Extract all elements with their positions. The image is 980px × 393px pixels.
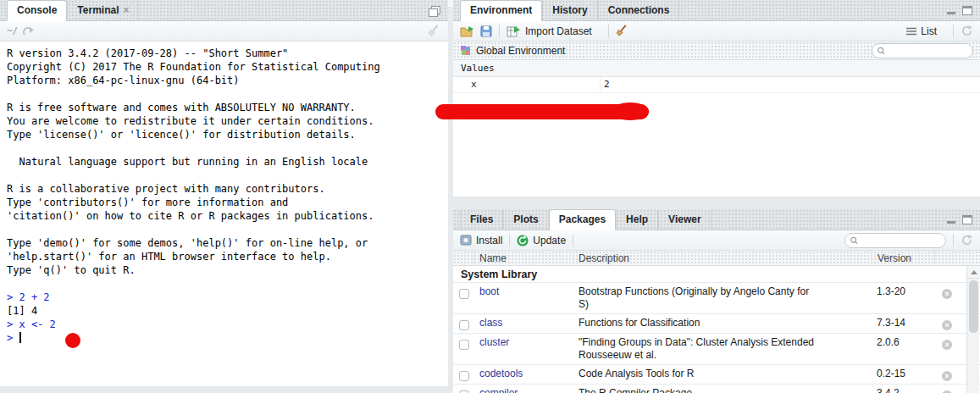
- package-row: class Functions for Classification 7.3-1…: [453, 314, 980, 334]
- package-description: Functions for Classification: [573, 314, 871, 333]
- environment-pane: Environment History Connections: [453, 0, 980, 196]
- close-icon[interactable]: ×: [123, 5, 129, 15]
- console-line: R is free software and comes with ABSOLU…: [7, 101, 441, 114]
- maximize-pane-icon[interactable]: [962, 6, 972, 15]
- package-checkbox[interactable]: [459, 320, 469, 330]
- console-line: Copyright (C) 2017 The R Foundation for …: [7, 60, 441, 74]
- search-icon: [877, 46, 886, 56]
- install-package-icon: [460, 235, 472, 246]
- console-line: [7, 141, 441, 155]
- column-header-name[interactable]: Name: [474, 251, 573, 265]
- package-checkbox[interactable]: [459, 289, 469, 299]
- tab-packages-pane[interactable]: Help: [616, 209, 658, 230]
- tab-environment-pane[interactable]: History: [542, 0, 597, 20]
- environment-toolbar: Import Dataset List: [453, 21, 980, 42]
- package-row: cluster "Finding Groups in Data": Cluste…: [453, 334, 980, 365]
- package-name-link[interactable]: class: [479, 317, 502, 329]
- import-dataset-icon: [507, 25, 521, 37]
- console-line: > x <- 2: [7, 318, 441, 331]
- update-button[interactable]: Update: [517, 235, 566, 246]
- environment-search: [872, 43, 973, 58]
- package-version: 7.3-14: [871, 314, 934, 333]
- scrollbar-up-arrow-icon[interactable]: [967, 266, 980, 279]
- working-directory[interactable]: ~/: [7, 25, 18, 36]
- pane-restore-icon[interactable]: [429, 6, 440, 17]
- header-checkbox-column: [453, 251, 474, 265]
- package-description: Code Analysis Tools for R: [573, 365, 871, 384]
- tab-packages-pane[interactable]: Files: [460, 209, 503, 230]
- console-line: [7, 87, 441, 101]
- console-line: 'citation()' on how to cite R or R packa…: [7, 209, 441, 223]
- console-line: R version 3.4.2 (2017-09-28) -- "Short S…: [7, 47, 441, 60]
- library-section-header: System Library: [453, 266, 980, 283]
- scrollbar-thumb[interactable]: [969, 280, 978, 333]
- clear-console-icon[interactable]: [428, 25, 441, 37]
- package-checkbox[interactable]: [459, 371, 469, 381]
- package-row: codetools Code Analysis Tools for R 0.2-…: [453, 365, 980, 385]
- tab-packages-pane[interactable]: Viewer: [658, 209, 711, 230]
- environment-scope-row: Global Environment: [453, 42, 980, 60]
- column-header-description[interactable]: Description: [573, 251, 871, 265]
- search-icon: [850, 235, 859, 246]
- package-version: 0.2-15: [871, 365, 934, 384]
- list-view-button[interactable]: List: [906, 25, 946, 37]
- package-name-link[interactable]: boot: [479, 285, 499, 297]
- package-row: boot Bootstrap Functions (Originally by …: [453, 283, 980, 314]
- minimize-pane-icon[interactable]: [947, 216, 956, 224]
- packages-list: System Library boot Bootstrap Functions …: [453, 266, 980, 393]
- package-name-link[interactable]: codetools: [479, 368, 523, 379]
- red-highlight-dot: [65, 333, 80, 348]
- red-highlight-ellipse-end: [612, 102, 649, 120]
- remove-package-icon[interactable]: ×: [942, 320, 952, 330]
- install-button[interactable]: Install: [460, 235, 502, 246]
- list-icon: [906, 27, 916, 36]
- object-value: 2: [600, 77, 980, 92]
- column-header-version[interactable]: Version: [871, 251, 934, 265]
- console-line: [7, 223, 441, 236]
- package-version: 2.0.6: [871, 334, 934, 364]
- maximize-pane-icon[interactable]: [962, 215, 972, 224]
- r-environment-icon: [460, 45, 471, 56]
- go-to-directory-icon[interactable]: [23, 26, 35, 36]
- package-checkbox[interactable]: [459, 340, 469, 350]
- packages-scrollbar[interactable]: [966, 266, 979, 393]
- load-workspace-icon[interactable]: [460, 25, 475, 37]
- package-name-link[interactable]: cluster: [479, 336, 509, 348]
- console-line: You are welcome to redistribute it under…: [7, 114, 441, 128]
- environment-value-row[interactable]: x 2: [453, 77, 980, 93]
- tab-packages-pane[interactable]: Packages: [549, 209, 616, 230]
- import-dataset-button[interactable]: Import Dataset: [507, 25, 601, 37]
- package-description: The R Compiler Package: [573, 385, 871, 393]
- remove-package-icon[interactable]: ×: [942, 340, 952, 350]
- console-line: [7, 169, 441, 182]
- tab-packages-pane[interactable]: Plots: [503, 209, 548, 230]
- tab-environment-pane[interactable]: Connections: [598, 0, 680, 20]
- minimize-pane-icon[interactable]: [947, 7, 956, 15]
- console-line: Platform: x86_64-pc-linux-gnu (64-bit): [7, 74, 441, 87]
- refresh-icon[interactable]: [961, 234, 973, 246]
- packages-toolbar: Install Update: [453, 230, 980, 251]
- console-line: [7, 277, 441, 291]
- environment-tabstrip: Environment History Connections: [453, 0, 980, 21]
- tab-console-pane[interactable]: Terminal ×: [67, 0, 139, 20]
- scope-selector[interactable]: Global Environment: [476, 45, 565, 57]
- environment-search-input[interactable]: [889, 46, 969, 56]
- remove-package-icon[interactable]: ×: [942, 289, 952, 299]
- environment-object-list: Values x 2: [453, 60, 980, 196]
- package-row: compiler The R Compiler Package 3.4.2 ×: [453, 385, 980, 393]
- clear-environment-icon[interactable]: [616, 25, 629, 37]
- tab-console-pane[interactable]: Console: [7, 0, 67, 21]
- package-description: "Finding Groups in Data": Cluster Analys…: [573, 334, 871, 364]
- remove-package-icon[interactable]: ×: [942, 371, 952, 381]
- refresh-icon[interactable]: [961, 25, 973, 37]
- header-actions-column: [934, 251, 960, 265]
- console-line: 'help.start()' for an HTML browser inter…: [7, 250, 441, 263]
- console-line: Type 'q()' to quit R.: [7, 263, 441, 277]
- packages-search: [844, 233, 946, 248]
- tab-environment-pane[interactable]: Environment: [460, 0, 542, 21]
- packages-table-header: Name Description Version: [453, 251, 980, 266]
- packages-search-input[interactable]: [861, 235, 942, 246]
- package-name-link[interactable]: compiler: [479, 387, 518, 393]
- save-workspace-icon[interactable]: [480, 25, 492, 37]
- console-line: Natural language support but running in …: [7, 155, 441, 169]
